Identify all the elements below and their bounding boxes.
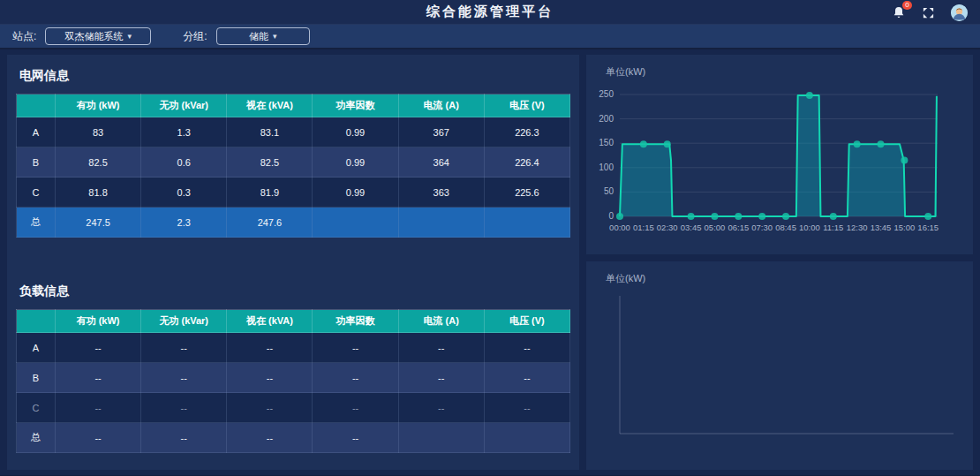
column-header: 功率因数 — [313, 94, 398, 117]
filter-toolbar: 站点: 双杰储能系统 ▾ 分组: 储能 ▾ — [0, 25, 980, 49]
table-row: C81.80.381.90.99363225.6 — [17, 178, 570, 208]
svg-text:250: 250 — [599, 89, 614, 99]
table-row: B82.50.682.50.99364226.4 — [17, 147, 570, 178]
value-cell: 1.3 — [141, 117, 227, 147]
value-cell: -- — [398, 333, 484, 363]
column-header: 无功 (kVar) — [141, 310, 227, 333]
value-cell: -- — [398, 393, 484, 423]
notification-bell-icon[interactable]: 0 — [892, 5, 906, 19]
site-label: 站点: — [12, 29, 36, 44]
value-cell: 0.99 — [313, 117, 398, 147]
table-header-row: 有功 (kW)无功 (kVar)视在 (kVA)功率因数电流 (A)电压 (V) — [17, 94, 570, 117]
value-cell: 226.3 — [484, 117, 569, 147]
value-cell: -- — [398, 363, 484, 393]
app-header: 综合能源管理平台 0 — [0, 0, 980, 25]
svg-text:08:45: 08:45 — [775, 223, 796, 232]
site-dropdown-value: 双杰储能系统 — [65, 30, 124, 43]
load-info-title: 负载信息 — [16, 238, 570, 309]
chevron-down-icon: ▾ — [273, 32, 277, 41]
table-row: 总-------- — [17, 423, 570, 453]
value-cell: 0.3 — [141, 178, 227, 208]
value-cell: 225.6 — [484, 178, 569, 208]
column-header: 有功 (kW) — [56, 94, 141, 117]
value-cell: 83 — [56, 117, 141, 147]
group-dropdown-value: 储能 — [249, 30, 268, 43]
user-avatar[interactable] — [951, 4, 968, 21]
value-cell: -- — [141, 363, 227, 393]
value-cell: 0.99 — [313, 178, 398, 208]
row-label-cell: A — [17, 117, 56, 147]
value-cell: -- — [56, 333, 141, 363]
value-cell: 2.3 — [141, 208, 227, 238]
svg-text:06:15: 06:15 — [727, 223, 749, 232]
table-row: A------------ — [17, 333, 570, 363]
group-label: 分组: — [183, 29, 207, 44]
svg-text:16:15: 16:15 — [917, 223, 939, 232]
value-cell: -- — [141, 333, 227, 363]
row-label-cell: C — [17, 393, 56, 423]
value-cell: 364 — [398, 147, 484, 178]
value-cell: -- — [484, 363, 569, 393]
column-header: 电流 (A) — [398, 94, 484, 117]
value-cell: -- — [141, 423, 227, 453]
value-cell: 0.6 — [141, 147, 227, 178]
svg-text:12:30: 12:30 — [847, 223, 868, 232]
value-cell: -- — [141, 393, 227, 423]
column-header: 电流 (A) — [398, 310, 484, 333]
grid-info-title: 电网信息 — [16, 55, 570, 94]
svg-text:02:30: 02:30 — [657, 223, 678, 232]
value-cell: 226.4 — [484, 147, 569, 178]
value-cell: 81.8 — [56, 178, 141, 208]
row-label-cell: B — [17, 147, 56, 178]
avatar-image — [951, 4, 968, 21]
grid-power-chart-panel: 单位(kW) 05010015020025000:0001:1502:3003:… — [586, 55, 973, 254]
row-label-cell: 总 — [17, 208, 56, 238]
svg-text:11:15: 11:15 — [823, 223, 843, 232]
svg-text:200: 200 — [599, 114, 614, 124]
value-cell: -- — [484, 333, 569, 363]
load-info-table: 有功 (kW)无功 (kVar)视在 (kVA)功率因数电流 (A)电压 (V)… — [16, 309, 570, 453]
svg-text:15:00: 15:00 — [893, 223, 915, 232]
svg-text:00:00: 00:00 — [609, 223, 630, 232]
value-cell: -- — [313, 393, 398, 423]
svg-text:13:45: 13:45 — [871, 223, 892, 232]
row-label-cell: 总 — [17, 423, 56, 453]
svg-text:150: 150 — [599, 138, 614, 147]
site-dropdown[interactable]: 双杰储能系统 ▾ — [45, 27, 151, 45]
value-cell — [398, 208, 484, 238]
group-dropdown[interactable]: 储能 ▾ — [216, 27, 310, 45]
value-cell: 247.6 — [227, 208, 313, 238]
column-header: 电压 (V) — [484, 94, 569, 117]
tables-panel: 电网信息 有功 (kW)无功 (kVar)视在 (kVA)功率因数电流 (A)电… — [7, 55, 579, 470]
column-header: 视在 (kVA) — [227, 94, 313, 117]
value-cell: -- — [56, 423, 141, 453]
page-title: 综合能源管理平台 — [426, 4, 554, 20]
column-header — [17, 310, 56, 333]
svg-text:03:45: 03:45 — [681, 223, 702, 232]
svg-text:0: 0 — [608, 211, 614, 221]
svg-text:07:30: 07:30 — [751, 223, 773, 232]
value-cell: -- — [313, 333, 398, 363]
value-cell: 367 — [398, 117, 484, 147]
fullscreen-icon[interactable] — [922, 6, 935, 19]
row-label-cell: A — [17, 333, 56, 363]
svg-text:10:00: 10:00 — [799, 223, 820, 232]
grid-power-area-chart: 05010015020025000:0001:1502:3003:4505:00… — [586, 79, 973, 252]
value-cell: -- — [227, 363, 313, 393]
load-power-empty-chart — [586, 285, 973, 462]
value-cell: -- — [227, 393, 313, 423]
header-actions: 0 — [892, 0, 968, 25]
grid-info-table: 有功 (kW)无功 (kVar)视在 (kVA)功率因数电流 (A)电压 (V)… — [16, 94, 570, 238]
charts-column: 单位(kW) 05010015020025000:0001:1502:3003:… — [586, 55, 973, 470]
column-header: 有功 (kW) — [56, 310, 141, 333]
value-cell: -- — [56, 363, 141, 393]
row-label-cell: B — [17, 363, 56, 393]
value-cell — [313, 208, 398, 238]
value-cell: 363 — [398, 178, 484, 208]
load-power-chart-panel: 单位(kW) — [586, 261, 973, 470]
grid-chart-unit-label: 单位(kW) — [586, 55, 973, 79]
value-cell: 247.5 — [56, 208, 141, 238]
value-cell: -- — [313, 423, 398, 453]
value-cell — [398, 423, 484, 453]
value-cell: -- — [227, 333, 313, 363]
